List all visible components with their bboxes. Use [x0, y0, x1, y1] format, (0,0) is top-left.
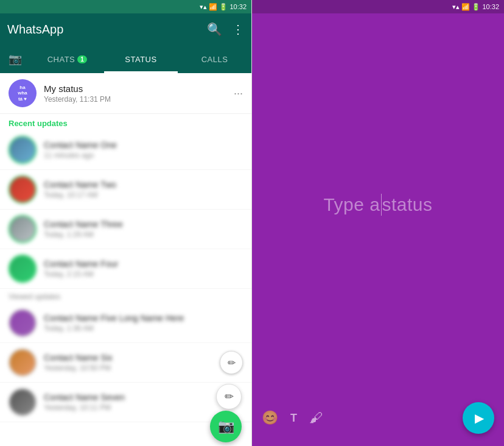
status-name-1: Contact Name One: [44, 140, 243, 150]
status-time-6: Yesterday, 10:50 PM: [44, 364, 243, 372]
status-name-3: Contact Name Three: [44, 219, 243, 229]
status-item-6[interactable]: Contact Name Six Yesterday, 10:50 PM ✏: [0, 343, 251, 383]
edit-status-button[interactable]: ✏: [220, 351, 243, 374]
camera-tab-icon: 📷: [9, 52, 23, 66]
status-info-2: Contact Name Two Today, 10:17 AM: [44, 180, 243, 199]
camera-fab-button[interactable]: 📷: [210, 411, 242, 442]
status-tab-label: STATUS: [125, 55, 156, 64]
right-status-bar: ▾▴ 📶 🔋 10:32: [252, 0, 504, 13]
status-info-5: Contact Name Five Long Name Here Today, …: [44, 313, 243, 333]
status-avatar-2: [9, 175, 37, 204]
left-status-bar: ▾▴ 📶 🔋 10:32: [0, 0, 251, 13]
right-status-icons: ▾▴ 📶 🔋 10:32: [452, 3, 499, 11]
my-status-name: My status: [44, 83, 234, 94]
edit-fab-button[interactable]: ✏: [216, 384, 242, 409]
status-avatar-4: [9, 255, 37, 283]
search-button[interactable]: 🔍: [207, 22, 222, 37]
right-wifi-icon: 📶: [461, 3, 470, 11]
tab-camera[interactable]: 📷: [0, 45, 30, 73]
status-item-1[interactable]: Contact Name One 11 minutes ago: [0, 130, 251, 170]
wifi-icon: 📶: [209, 3, 217, 11]
right-signal-icon: ▾▴: [452, 3, 460, 11]
status-bar-icons: ▾▴ 📶 🔋 10:32: [200, 3, 247, 11]
my-status-row[interactable]: hawhatá ♥ My status Yesterday, 11:31 PM …: [0, 73, 251, 114]
status-time-1: 11 minutes ago: [44, 151, 243, 160]
text-cursor: [381, 194, 382, 216]
my-status-info: My status Yesterday, 11:31 PM: [44, 83, 234, 104]
status-avatar-5: [9, 309, 37, 337]
left-panel: ▾▴ 📶 🔋 10:32 WhatsApp 🔍 ⋮ 📷 CHATS 1 STAT…: [0, 0, 252, 446]
status-avatar-7: [9, 388, 37, 416]
status-info-7: Contact Name Seven Yesterday, 10:11 PM: [44, 392, 243, 412]
app-title: WhatsApp: [7, 23, 63, 37]
status-time-2: Today, 10:17 AM: [44, 191, 243, 199]
type-status-placeholder: Type a status: [323, 194, 432, 216]
status-time-5: Today, 1:36 AM: [44, 324, 243, 333]
status-info-1: Contact Name One 11 minutes ago: [44, 140, 243, 160]
status-avatar-1: [9, 136, 37, 164]
app-bar-actions: 🔍 ⋮: [207, 22, 244, 37]
recent-section-label: Recent updates: [0, 114, 251, 130]
my-status-time: Yesterday, 11:31 PM: [44, 95, 234, 104]
status-list: Recent updates Contact Name One 11 minut…: [0, 114, 251, 446]
brush-button[interactable]: 🖌: [309, 410, 323, 426]
placeholder-before-cursor: Type a: [323, 194, 380, 215]
tab-calls[interactable]: CALLS: [178, 45, 251, 73]
status-name-4: Contact Name Four: [44, 259, 243, 269]
my-status-avatar: hawhatá ♥: [9, 79, 37, 107]
placeholder-after-cursor: status: [382, 194, 433, 215]
text-button[interactable]: T: [290, 412, 297, 425]
status-time-7: Yesterday, 10:11 PM: [44, 403, 243, 412]
send-icon: ▶: [475, 411, 484, 425]
status-item-2[interactable]: Contact Name Two Today, 10:17 AM: [0, 170, 251, 210]
right-battery-icon: 🔋: [472, 3, 480, 11]
status-name-6: Contact Name Six: [44, 353, 243, 363]
tab-chats[interactable]: CHATS 1: [30, 45, 104, 73]
emoji-button[interactable]: 😊: [262, 410, 278, 426]
status-avatar-3: [9, 215, 37, 243]
status-name-2: Contact Name Two: [44, 180, 243, 189]
app-bar: WhatsApp 🔍 ⋮: [0, 13, 251, 45]
tabs-bar: 📷 CHATS 1 STATUS CALLS: [0, 45, 251, 73]
status-info-6: Contact Name Six Yesterday, 10:50 PM: [44, 353, 243, 372]
status-bar-time: 10:32: [229, 3, 247, 10]
status-name-5: Contact Name Five Long Name Here: [44, 313, 243, 323]
right-bottom-bar: 😊 T 🖌 ▶: [252, 396, 504, 446]
status-item-3[interactable]: Contact Name Three Today, 1:29 AM: [0, 210, 251, 249]
status-info-4: Contact Name Four Today, 2:15 AM: [44, 259, 243, 278]
tab-status[interactable]: STATUS: [104, 45, 178, 73]
my-status-more-button[interactable]: ···: [234, 87, 243, 100]
bottom-left-icons: 😊 T 🖌: [262, 410, 323, 426]
right-panel: ▾▴ 📶 🔋 10:32 Type a status 😊 T 🖌 ▶: [252, 0, 504, 446]
status-time-4: Today, 2:15 AM: [44, 270, 243, 278]
status-avatar-6: [9, 349, 37, 377]
status-name-7: Contact Name Seven: [44, 392, 243, 402]
calls-tab-label: CALLS: [201, 55, 228, 64]
status-time-3: Today, 1:29 AM: [44, 230, 243, 239]
status-item-4[interactable]: Contact Name Four Today, 2:15 AM: [0, 249, 251, 289]
chats-tab-label: CHATS: [47, 55, 75, 64]
status-item-5[interactable]: Contact Name Five Long Name Here Today, …: [0, 303, 251, 343]
status-composer-area[interactable]: Type a status: [252, 13, 504, 396]
menu-button[interactable]: ⋮: [232, 22, 244, 37]
viewed-section-label: Viewed updates: [0, 289, 251, 303]
send-status-button[interactable]: ▶: [463, 402, 494, 434]
status-info-3: Contact Name Three Today, 1:29 AM: [44, 219, 243, 239]
signal-icon: ▾▴: [200, 3, 207, 11]
chats-badge: 1: [77, 55, 87, 63]
right-time: 10:32: [482, 3, 499, 10]
battery-icon: 🔋: [219, 3, 228, 11]
